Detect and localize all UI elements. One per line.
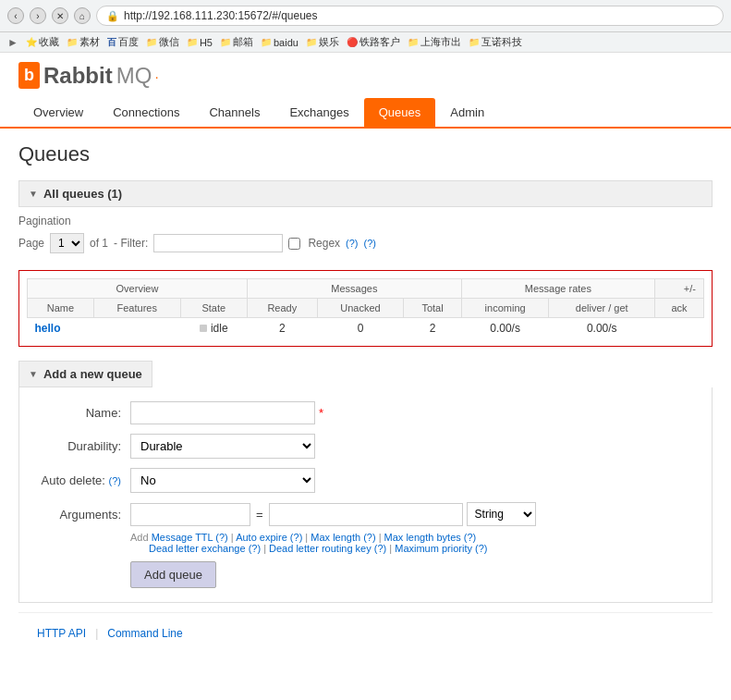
add-label: Add	[130, 532, 149, 543]
filter-input[interactable]	[153, 234, 283, 252]
col-name: Name	[28, 299, 94, 318]
add-queue-collapse-icon: ▼	[29, 369, 38, 379]
bookmark-百度[interactable]: 百百度	[107, 35, 139, 49]
forward-button[interactable]: ›	[30, 7, 46, 24]
row-features	[93, 318, 180, 339]
args-type-select[interactable]: String Number Boolean	[467, 502, 536, 526]
all-queues-header[interactable]: ▼ All queues (1)	[18, 180, 713, 207]
logo-dot: .	[155, 70, 158, 80]
add-max-priority[interactable]: Maximum priority (?)	[395, 543, 487, 554]
rabbitmq-header: b Rabbit MQ .	[0, 53, 731, 98]
close-button[interactable]: ✕	[52, 7, 68, 24]
group-header-rates: Message rates	[461, 279, 654, 299]
required-mark: *	[319, 406, 323, 420]
col-ack: ack	[655, 299, 704, 318]
row-ack	[655, 318, 704, 339]
footer-command-line[interactable]: Command Line	[107, 627, 182, 640]
bookmark-收藏[interactable]: ⭐收藏	[26, 35, 59, 49]
logo-mq: MQ	[116, 63, 152, 89]
bookmark-邮箱[interactable]: 📁邮箱	[220, 35, 253, 49]
add-queue-header[interactable]: ▼ Add a new queue	[18, 361, 152, 387]
nav-admin[interactable]: Admin	[435, 98, 499, 127]
row-unacked: 0	[317, 318, 404, 339]
row-name[interactable]: hello	[28, 318, 94, 339]
row-total: 2	[404, 318, 461, 339]
nav-channels[interactable]: Channels	[194, 98, 274, 127]
nav-queues[interactable]: Queues	[364, 98, 436, 127]
arguments-label: Arguments:	[38, 508, 130, 522]
nav-connections[interactable]: Connections	[98, 98, 194, 127]
address-bar[interactable]: 🔒 http://192.168.111.230:15672/#/queues	[96, 6, 724, 26]
auto-delete-label: Auto delete: (?)	[38, 473, 130, 487]
footer-http-api[interactable]: HTTP API	[37, 627, 86, 640]
logo-rabbit: Rabbit	[43, 63, 113, 89]
add-auto-expire[interactable]: Auto expire (?)	[236, 532, 302, 543]
durability-row: Durability: Durable Transient	[38, 434, 693, 459]
bookmark-微信[interactable]: 📁微信	[146, 35, 179, 49]
help-link-2[interactable]: (?)	[364, 238, 376, 249]
bookmark-素材[interactable]: 📁素材	[67, 35, 100, 49]
add-links: Add Message TTL (?) | Auto expire (?) | …	[130, 532, 693, 554]
col-state: State	[180, 299, 247, 318]
args-val-input[interactable]	[269, 503, 463, 526]
bookmark-baidu[interactable]: 📁baidu	[261, 37, 298, 48]
nav-exchanges[interactable]: Exchanges	[274, 98, 363, 127]
bookmarks-arrow[interactable]: ►	[7, 36, 18, 49]
state-dot	[200, 325, 207, 332]
plus-minus-btn[interactable]: +/-	[655, 279, 704, 299]
nav-overview[interactable]: Overview	[18, 98, 98, 127]
browser-chrome: ‹ › ✕ ⌂ 🔒 http://192.168.111.230:15672/#…	[0, 0, 731, 32]
add-queue-form: Name: * Durability: Durable Transient Au…	[18, 387, 713, 603]
col-deliver-get: deliver / get	[549, 299, 655, 318]
auto-delete-select[interactable]: No Yes	[130, 468, 315, 493]
col-features: Features	[93, 299, 180, 318]
page-content: Queues ▼ All queues (1) Pagination Page …	[0, 129, 731, 668]
bookmark-互诺[interactable]: 📁互诺科技	[469, 35, 522, 49]
add-dead-letter-routing-key[interactable]: Dead letter routing key (?)	[269, 543, 386, 554]
col-total: Total	[404, 299, 461, 318]
back-button[interactable]: ‹	[7, 7, 24, 24]
group-header-messages: Messages	[247, 279, 461, 299]
bookmarks-bar: ► ⭐收藏 📁素材 百百度 📁微信 📁H5 📁邮箱 📁baidu 📁娱乐 🔴铁路…	[0, 32, 731, 53]
auto-delete-row: Auto delete: (?) No Yes	[38, 468, 693, 493]
add-queue-button[interactable]: Add queue	[130, 561, 216, 588]
durability-label: Durability:	[38, 439, 130, 453]
col-incoming: incoming	[461, 299, 549, 318]
pagination-label: Pagination	[18, 215, 71, 227]
add-max-length[interactable]: Max length (?)	[311, 532, 375, 543]
page-select[interactable]: 1	[50, 233, 84, 253]
add-max-length-bytes[interactable]: Max length bytes (?)	[384, 532, 477, 543]
add-queue-label: Add a new queue	[43, 367, 142, 381]
page-title: Queues	[18, 142, 713, 166]
queues-table-container: Overview Messages Message rates +/- Name…	[18, 270, 713, 347]
help-link-1[interactable]: (?)	[346, 238, 358, 249]
regex-checkbox[interactable]	[288, 238, 300, 250]
bookmark-娱乐[interactable]: 📁娱乐	[306, 35, 339, 49]
pagination-row: Page 1 of 1 - Filter: Regex (?) (?)	[18, 233, 713, 253]
rabbitmq-logo: b Rabbit MQ .	[18, 62, 158, 89]
name-input[interactable]	[130, 401, 315, 424]
col-unacked: Unacked	[317, 299, 404, 318]
state-indicator: idle	[200, 322, 228, 335]
all-queues-label: All queues (1)	[43, 187, 122, 201]
row-state: idle	[180, 318, 247, 339]
name-label: Name:	[38, 406, 130, 420]
footer-separator: |	[95, 627, 98, 640]
bookmark-铁路[interactable]: 🔴铁路客户	[347, 35, 400, 49]
logo-icon: b	[18, 62, 40, 89]
home-button[interactable]: ⌂	[74, 7, 91, 24]
regex-label: Regex	[308, 237, 340, 250]
bookmark-上海[interactable]: 📁上海市出	[408, 35, 461, 49]
address-text: http://192.168.111.230:15672/#/queues	[124, 9, 318, 22]
col-ready: Ready	[247, 299, 317, 318]
bookmark-h5[interactable]: 📁H5	[187, 37, 213, 48]
durability-select[interactable]: Durable Transient	[130, 434, 315, 459]
add-dead-letter-exchange[interactable]: Dead letter exchange (?)	[149, 543, 261, 554]
row-deliver-get: 0.00/s	[549, 318, 655, 339]
arguments-row: Arguments: = String Number Boolean	[38, 502, 693, 526]
add-message-ttl[interactable]: Message TTL (?)	[152, 532, 228, 543]
page-label: Page	[18, 237, 44, 250]
of-label: of 1	[90, 237, 108, 250]
args-key-input[interactable]	[130, 503, 250, 526]
footer: HTTP API | Command Line	[18, 612, 713, 654]
